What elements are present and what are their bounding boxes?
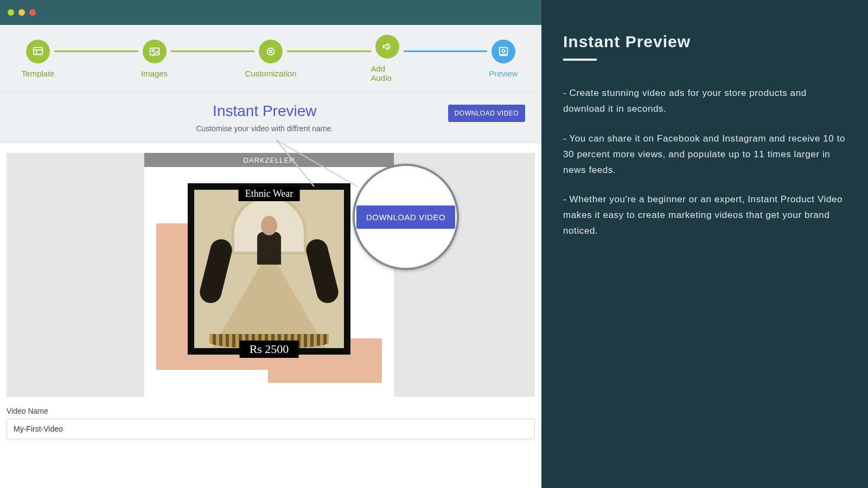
preview-row: DARKZELLER Ethnic Wear [7, 153, 535, 397]
magnifier-callout: DOWNLOAD VIDEO [353, 164, 459, 270]
step-images[interactable]: Images [138, 40, 171, 78]
info-text: - Create stunning video ads for your sto… [563, 86, 846, 239]
audio-icon [375, 35, 399, 59]
images-icon [143, 40, 167, 63]
step-template[interactable]: Template [22, 40, 54, 78]
svg-rect-0 [34, 47, 43, 54]
svg-point-6 [270, 50, 272, 53]
stepper-rail [287, 50, 371, 52]
page-title: Instant Preview [81, 102, 448, 120]
step-label: Images [141, 69, 168, 78]
preview-main: DARKZELLER Ethnic Wear [0, 143, 541, 488]
video-preview-frame: DARKZELLER Ethnic Wear [144, 153, 394, 397]
category-ribbon: Ethnic Wear [239, 187, 300, 201]
app-window: Template Images Customization [0, 0, 541, 488]
info-bullet: - Whether you're a beginner or an expert… [563, 192, 846, 239]
gear-icon [259, 40, 283, 63]
svg-point-5 [267, 48, 275, 55]
wizard-stepper: Template Images Customization [0, 25, 541, 93]
stepper-rail [404, 50, 488, 52]
step-add-audio[interactable]: Add Audio [371, 35, 404, 82]
step-preview[interactable]: Preview [487, 40, 520, 78]
svg-point-8 [502, 49, 505, 53]
download-video-button[interactable]: DOWNLOAD VIDEO [448, 105, 525, 122]
window-close-dot[interactable] [8, 9, 14, 16]
step-label: Preview [489, 69, 518, 78]
window-titlebar [0, 0, 541, 25]
page-header: Instant Preview Customise your video wit… [0, 93, 541, 143]
step-customization[interactable]: Customization [254, 40, 287, 78]
window-maximize-dot[interactable] [29, 9, 36, 16]
video-name-label: Video Name [7, 407, 535, 415]
step-label: Template [22, 69, 55, 78]
video-name-row: Video Name [7, 407, 535, 439]
preview-icon [492, 40, 515, 63]
price-badge: Rs 2500 [240, 341, 299, 358]
download-video-button-large[interactable]: DOWNLOAD VIDEO [356, 206, 455, 229]
video-name-input[interactable] [7, 419, 535, 439]
svg-rect-7 [500, 47, 508, 54]
product-image [194, 190, 344, 348]
brand-band: DARKZELLER [144, 153, 394, 167]
stepper-rail [171, 50, 255, 52]
stepper-rail [54, 50, 138, 52]
info-title-rule [563, 59, 597, 61]
window-minimize-dot[interactable] [18, 9, 25, 16]
prev-frame-thumb[interactable] [7, 153, 144, 397]
info-bullet: - You can share it on Facebook and Insta… [563, 131, 846, 178]
info-title: Instant Preview [563, 33, 846, 51]
info-panel: Instant Preview - Create stunning video … [541, 0, 868, 488]
app-root: Template Images Customization [0, 0, 868, 488]
info-bullet: - Create stunning video ads for your sto… [563, 86, 846, 117]
product-card: Ethnic Wear Rs 2500 [188, 183, 350, 355]
step-label: Add Audio [371, 64, 404, 82]
step-label: Customization [245, 69, 296, 78]
page-subtitle: Customise your video with diffrent name. [81, 124, 448, 133]
template-icon [26, 40, 50, 63]
svg-point-4 [152, 49, 154, 52]
